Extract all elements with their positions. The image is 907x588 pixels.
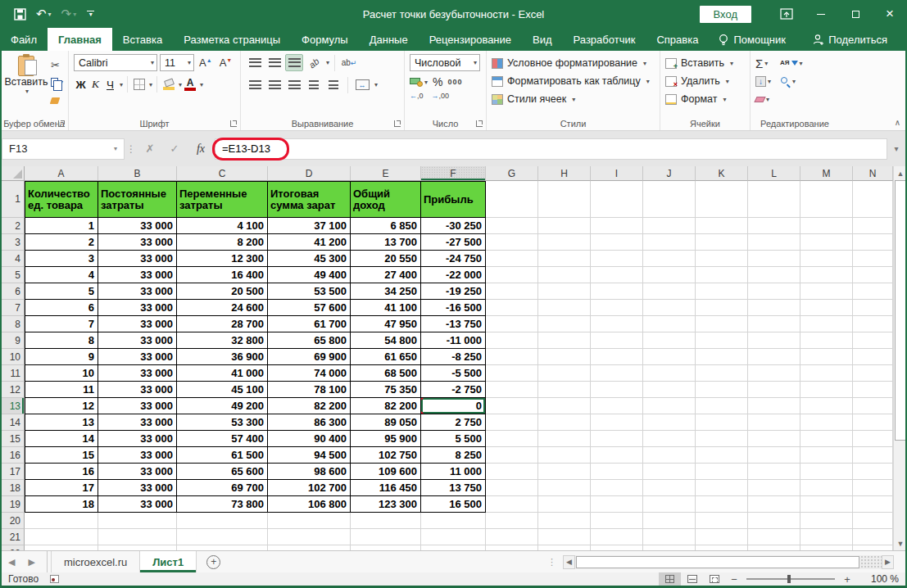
cell-G5[interactable] bbox=[486, 267, 538, 283]
cell-G15[interactable] bbox=[486, 431, 538, 447]
cell-G2[interactable] bbox=[486, 218, 538, 234]
italic-button[interactable]: К bbox=[88, 76, 102, 93]
cell-I6[interactable] bbox=[591, 283, 643, 300]
cell-F1[interactable]: Прибыль bbox=[421, 181, 486, 218]
cell-J15[interactable] bbox=[643, 431, 696, 447]
cell-J8[interactable] bbox=[643, 316, 696, 332]
cell-I5[interactable] bbox=[591, 267, 643, 283]
cell-N17[interactable] bbox=[853, 464, 893, 480]
cell-A2[interactable]: 1 bbox=[25, 218, 98, 234]
cell-E17[interactable]: 109 600 bbox=[351, 464, 421, 480]
cell-E12[interactable]: 75 350 bbox=[351, 382, 421, 398]
scroll-left-icon[interactable]: ◀ bbox=[563, 555, 575, 569]
shrink-font-button[interactable]: A▼ bbox=[217, 57, 235, 69]
cell-F9[interactable]: -11 000 bbox=[421, 332, 486, 349]
cell-G19[interactable] bbox=[486, 496, 538, 513]
cell-N11[interactable] bbox=[853, 365, 893, 382]
cell-C14[interactable]: 53 300 bbox=[177, 414, 268, 431]
cell-M4[interactable] bbox=[800, 251, 853, 267]
cell-I12[interactable] bbox=[591, 382, 643, 398]
ribbon-tab-home[interactable]: Главная bbox=[48, 28, 112, 51]
merge-center-button[interactable]: ↔ bbox=[353, 76, 371, 93]
cell-F12[interactable]: -2 750 bbox=[421, 382, 486, 398]
cell-A20[interactable] bbox=[25, 513, 98, 529]
cell-M7[interactable] bbox=[800, 300, 853, 316]
cell-E15[interactable]: 95 900 bbox=[351, 431, 421, 447]
merge-dropdown-icon[interactable]: ▾ bbox=[374, 81, 378, 88]
cell-E9[interactable]: 54 800 bbox=[351, 332, 421, 349]
cell-J5[interactable] bbox=[643, 267, 696, 283]
grow-font-button[interactable]: A▲ bbox=[197, 57, 215, 69]
cell-K6[interactable] bbox=[696, 283, 748, 300]
row-header-8[interactable]: 8 bbox=[0, 316, 25, 332]
cell-D16[interactable]: 94 500 bbox=[268, 447, 351, 464]
cell-J16[interactable] bbox=[643, 447, 696, 464]
cell-A12[interactable]: 11 bbox=[25, 382, 98, 398]
cell-B3[interactable]: 33 000 bbox=[98, 234, 177, 251]
cell-E10[interactable]: 61 650 bbox=[351, 349, 421, 365]
column-header-M[interactable]: M bbox=[800, 166, 853, 181]
font-size-dropdown-icon[interactable]: ▾ bbox=[188, 59, 191, 66]
ribbon-tab-help[interactable]: Справка bbox=[646, 28, 709, 51]
cell-K10[interactable] bbox=[696, 349, 748, 365]
cell-B21[interactable] bbox=[98, 529, 177, 545]
cell-M1[interactable] bbox=[800, 181, 853, 218]
cell-L16[interactable] bbox=[748, 447, 800, 464]
cell-M11[interactable] bbox=[800, 365, 853, 382]
cell-N2[interactable] bbox=[853, 218, 893, 234]
cell-N3[interactable] bbox=[853, 234, 893, 251]
cell-B9[interactable]: 33 000 bbox=[98, 332, 177, 349]
cell-E7[interactable]: 41 100 bbox=[351, 300, 421, 316]
cell-N18[interactable] bbox=[853, 480, 893, 496]
cell-J14[interactable] bbox=[643, 414, 696, 431]
cell-H12[interactable] bbox=[538, 382, 591, 398]
cell-F13[interactable]: 0 bbox=[421, 398, 486, 414]
cell-C2[interactable]: 4 100 bbox=[177, 218, 268, 234]
cell-C18[interactable]: 69 700 bbox=[177, 480, 268, 496]
cell-D4[interactable]: 45 300 bbox=[268, 251, 351, 267]
cell-I14[interactable] bbox=[591, 414, 643, 431]
cell-H10[interactable] bbox=[538, 349, 591, 365]
cell-K11[interactable] bbox=[696, 365, 748, 382]
cell-E19[interactable]: 123 300 bbox=[351, 496, 421, 513]
row-header-1[interactable]: 1 bbox=[0, 181, 25, 218]
insert-cells-button-dropdown-icon[interactable]: ▾ bbox=[730, 60, 733, 67]
column-header-A[interactable]: A bbox=[25, 166, 98, 181]
cell-styles-button-dropdown-icon[interactable]: ▾ bbox=[572, 96, 575, 103]
cell-A13[interactable]: 12 bbox=[25, 398, 98, 414]
cell-F16[interactable]: 8 250 bbox=[421, 447, 486, 464]
cell-D9[interactable]: 65 800 bbox=[268, 332, 351, 349]
cell-I8[interactable] bbox=[591, 316, 643, 332]
column-header-N[interactable]: N bbox=[853, 166, 893, 181]
number-dialog-launcher-icon[interactable] bbox=[476, 120, 483, 127]
cell-D21[interactable] bbox=[268, 529, 351, 545]
cell-D7[interactable]: 57 600 bbox=[268, 300, 351, 316]
cell-A17[interactable]: 16 bbox=[25, 464, 98, 480]
column-header-H[interactable]: H bbox=[538, 166, 591, 181]
align-bottom-button[interactable] bbox=[285, 54, 303, 71]
cell-B4[interactable]: 33 000 bbox=[98, 251, 177, 267]
cell-D12[interactable]: 78 100 bbox=[268, 382, 351, 398]
cell-I16[interactable] bbox=[591, 447, 643, 464]
cell-B15[interactable]: 33 000 bbox=[98, 431, 177, 447]
zoom-slider-thumb[interactable] bbox=[787, 575, 791, 583]
fill-dropdown-icon[interactable]: ▾ bbox=[768, 78, 771, 85]
scroll-right-icon[interactable]: ▶ bbox=[882, 555, 894, 569]
ribbon-tab-formulas[interactable]: Формулы bbox=[291, 28, 359, 51]
column-header-G[interactable]: G bbox=[486, 166, 538, 181]
cell-B8[interactable]: 33 000 bbox=[98, 316, 177, 332]
accounting-format-button[interactable]: ▾ bbox=[410, 77, 428, 87]
cell-D6[interactable]: 53 500 bbox=[268, 283, 351, 300]
page-layout-view-button[interactable] bbox=[681, 572, 703, 586]
cell-M21[interactable] bbox=[800, 529, 853, 545]
cell-C4[interactable]: 12 300 bbox=[177, 251, 268, 267]
cell-E11[interactable]: 68 500 bbox=[351, 365, 421, 382]
cell-K4[interactable] bbox=[696, 251, 748, 267]
cell-K13[interactable] bbox=[696, 398, 748, 414]
cell-A6[interactable]: 5 bbox=[25, 283, 98, 300]
cell-K20[interactable] bbox=[696, 513, 748, 529]
decrease-indent-button[interactable] bbox=[305, 76, 323, 93]
cell-K3[interactable] bbox=[696, 234, 748, 251]
cell-B18[interactable]: 33 000 bbox=[98, 480, 177, 496]
sort-filter-button[interactable]: АЯ ▾ bbox=[780, 60, 805, 67]
